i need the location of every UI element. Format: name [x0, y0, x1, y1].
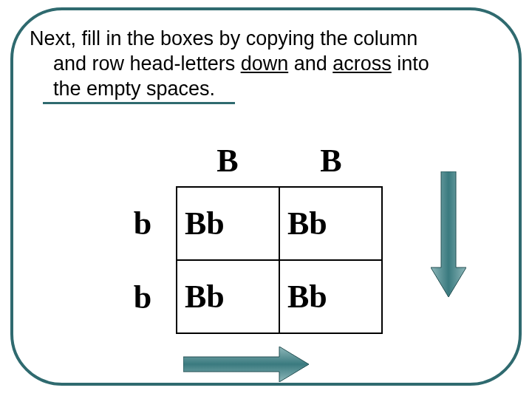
instruction-word-across: across — [332, 52, 392, 75]
arrow-right-icon — [183, 347, 309, 382]
slide-frame: Next, fill in the boxes by copying the c… — [10, 7, 522, 386]
instruction-line2-post: into — [392, 52, 429, 75]
row-header-2: b — [109, 260, 176, 334]
cell-2-2: Bb — [279, 260, 383, 334]
instruction-line3: the empty spaces. — [30, 77, 488, 102]
instruction-text: Next, fill in the boxes by copying the c… — [30, 27, 488, 101]
instruction-word-down: down — [241, 52, 289, 75]
cell-1-1: Bb — [176, 186, 279, 260]
cell-1-2: Bb — [279, 186, 383, 260]
corner-blank — [109, 134, 176, 186]
col-header-2: B — [279, 134, 383, 186]
arrow-down-icon — [431, 171, 466, 297]
instruction-line2-pre: and row head-letters — [53, 52, 241, 75]
row-header-1: b — [109, 186, 176, 260]
instruction-line2-mid: and — [288, 52, 332, 75]
punnett-square: B B b Bb Bb b Bb Bb — [109, 134, 383, 334]
instruction-line1: Next, fill in the boxes by copying the c… — [30, 27, 417, 50]
col-header-1: B — [176, 134, 279, 186]
cell-2-1: Bb — [176, 260, 279, 334]
accent-line — [43, 102, 235, 104]
